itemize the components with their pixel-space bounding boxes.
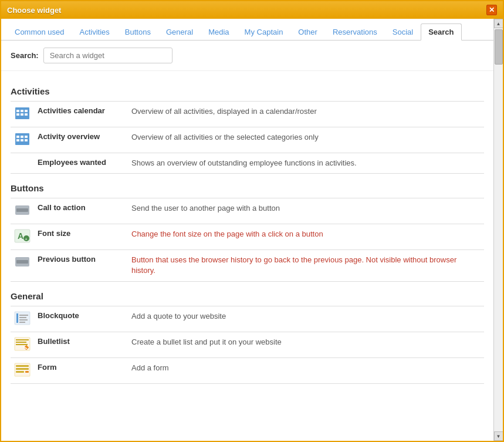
tab-general[interactable]: General [158,23,201,41]
widget-icon-cell [11,153,34,174]
table-row[interactable]: Call to action Send the user to another … [11,198,484,224]
tab-other[interactable]: Other [290,23,325,41]
widget-name: Call to action [34,198,128,224]
table-row[interactable]: Form Add a form [11,357,484,383]
svg-rect-25 [19,317,26,318]
widget-icon-cell [11,250,34,281]
scrollbar[interactable]: ▲ ▼ [493,19,503,441]
scrollbar-thumb-area[interactable] [494,28,503,431]
search-area: Search: [1,41,493,71]
widget-desc: Create a bullet list and put it on your … [128,332,484,357]
svg-rect-26 [19,319,28,320]
main-content: Common used Activities Buttons General M… [1,19,493,441]
svg-rect-35 [16,365,29,367]
table-row[interactable]: A + Font size Change the font size on th… [11,224,484,250]
tab-reservations[interactable]: Reservations [325,23,385,41]
tab-buttons[interactable]: Buttons [117,23,158,41]
calendar-grid-icon [14,132,31,146]
dialog-header: Choose widget ✕ [1,1,503,19]
prev-button-icon [14,255,31,269]
svg-rect-37 [16,371,24,373]
choose-widget-dialog: Choose widget ✕ Common used Activities B… [0,0,504,442]
close-button[interactable]: ✕ [486,5,497,15]
svg-rect-36 [16,368,29,370]
tab-activities[interactable]: Activities [72,23,117,41]
widget-name: Form [34,357,128,383]
widget-icon-cell [11,332,34,357]
scrollbar-down-button[interactable]: ▼ [494,431,503,441]
tabs-row: Common used Activities Buttons General M… [1,19,493,41]
svg-rect-10 [25,136,28,138]
activities-table: Activities calendar Overview of all acti… [11,101,484,174]
widget-name: Employees wanted [34,153,128,174]
widget-name: Bulletlist [34,332,128,357]
search-label: Search: [11,51,39,60]
svg-rect-2 [21,110,23,112]
svg-rect-29 [16,339,29,340]
section-title-activities: Activities [11,86,484,96]
svg-rect-38 [25,371,29,373]
svg-rect-11 [16,139,19,141]
svg-rect-30 [16,342,26,343]
svg-rect-4 [16,113,19,116]
svg-rect-8 [16,136,19,138]
widget-name: Activities calendar [34,102,128,127]
widget-icon-cell [11,198,34,224]
svg-rect-12 [21,139,23,141]
widget-icon-cell [11,306,34,332]
svg-rect-9 [21,136,23,138]
widget-desc: Add a quote to your website [128,306,484,332]
widget-desc: Button that uses the browser history to … [128,250,484,281]
svg-rect-6 [25,113,28,116]
blockquote-icon [14,311,31,325]
table-row[interactable]: Previous button Button that uses the bro… [11,250,484,281]
widget-name: Blockquote [34,306,128,332]
svg-rect-24 [19,315,28,316]
form-icon [14,363,31,377]
section-title-buttons: Buttons [11,183,484,193]
widget-icon-cell [11,102,34,127]
section-title-general: General [11,291,484,301]
widget-desc: Shows an overview of outstanding employe… [128,153,484,174]
svg-rect-21 [16,260,28,264]
widget-icon-cell [11,127,34,153]
dialog-title: Choose widget [7,6,61,15]
tab-search[interactable]: Search [421,23,461,41]
widget-icon-cell: A + [11,224,34,250]
buttons-table: Call to action Send the user to another … [11,198,484,281]
widget-desc: Add a form [128,357,484,383]
edit-icon [14,337,31,351]
table-row[interactable]: Activities calendar Overview of all acti… [11,102,484,127]
tab-media[interactable]: Media [201,23,236,41]
content-area: Activities [1,71,493,401]
general-table: Blockquote Add a quote to your website [11,306,484,384]
table-row[interactable]: Bulletlist Create a bullet list and put … [11,332,484,357]
scrollbar-up-button[interactable]: ▲ [494,19,503,28]
svg-rect-3 [25,110,28,112]
svg-rect-15 [16,208,28,212]
svg-rect-13 [25,139,28,141]
calendar-grid-icon [14,106,31,120]
widget-icon-cell [11,357,34,383]
svg-text:A: A [18,231,23,241]
svg-rect-27 [19,322,25,323]
tab-common-used[interactable]: Common used [7,23,72,41]
widget-name: Activity overview [34,127,128,153]
tab-social[interactable]: Social [385,23,421,41]
search-input[interactable] [43,48,172,63]
svg-rect-1 [16,110,19,112]
widget-desc: Send the user to another page with a but… [128,198,484,224]
table-row[interactable]: Activity overview Overview of all activi… [11,127,484,153]
dialog-body: Common used Activities Buttons General M… [1,19,503,441]
svg-text:+: + [25,237,28,242]
table-row[interactable]: Employees wanted Shows an overview of ou… [11,153,484,174]
widget-desc: Change the font size on the page with a … [128,224,484,250]
gray-box-icon [14,203,31,217]
font-size-icon: A + [14,229,31,243]
widget-name: Previous button [34,250,128,281]
svg-rect-5 [21,113,23,116]
scrollbar-thumb[interactable] [495,29,503,65]
tab-my-captain[interactable]: My Captain [237,23,291,41]
table-row[interactable]: Blockquote Add a quote to your website [11,306,484,332]
svg-rect-23 [16,313,18,323]
